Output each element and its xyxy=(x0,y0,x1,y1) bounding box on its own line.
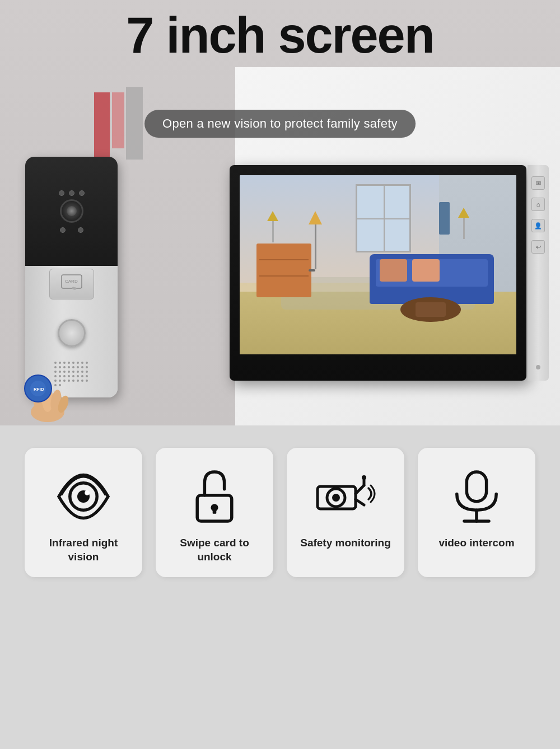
rfid-card-area: CARD xyxy=(49,269,94,299)
room-scene xyxy=(240,175,516,354)
home-icon: ⌂ xyxy=(536,201,540,208)
table-lamp-left xyxy=(264,211,281,265)
camera-lens xyxy=(60,199,83,223)
deco-rectangle-pink xyxy=(112,92,124,148)
ir-led xyxy=(59,190,64,196)
side-button-call[interactable]: ↩ xyxy=(531,240,545,254)
deco-rectangle-gray xyxy=(126,87,143,160)
svg-point-18 xyxy=(332,494,340,502)
feature-card-infrared: Infrared night vision xyxy=(25,448,142,577)
camera-section xyxy=(25,157,118,266)
ir-leds-bottom xyxy=(60,227,83,233)
monitor-side-panel: ✉ ⌂ 👤 ↩ xyxy=(528,165,549,381)
decorative-item xyxy=(439,202,450,235)
ir-led xyxy=(69,190,74,196)
doorbell-unit: CARD xyxy=(17,157,126,414)
camera-icon-wrap xyxy=(315,466,376,527)
mic-icon-wrap xyxy=(446,466,507,527)
side-button-home[interactable]: ⌂ xyxy=(531,198,545,211)
feature-card-intercom: video intercom xyxy=(418,448,535,577)
page-title: 7 inch screen xyxy=(0,10,560,60)
svg-rect-23 xyxy=(466,472,486,502)
eye-icon xyxy=(53,466,114,527)
monitor-unit: ✉ ⌂ 👤 ↩ xyxy=(230,165,543,400)
call-button[interactable] xyxy=(58,319,86,347)
room-window xyxy=(356,184,411,252)
room-sofa xyxy=(370,254,494,305)
eye-icon-wrap xyxy=(53,466,114,527)
deco-rectangle-red xyxy=(94,92,110,165)
coffee-table xyxy=(400,297,461,322)
person-icon: 👤 xyxy=(534,222,542,230)
camera-icon xyxy=(315,466,376,527)
table-lamp-right xyxy=(455,208,472,261)
feature-label-intercom: video intercom xyxy=(438,536,514,550)
ir-led xyxy=(78,227,83,233)
side-button-mail[interactable]: ✉ xyxy=(531,176,545,190)
svg-point-22 xyxy=(362,475,366,480)
features-section: Infrared night vision Swipe card to unlo… xyxy=(0,425,560,749)
svg-text:RFID: RFID xyxy=(34,387,44,392)
feature-label-swipe: Swipe card to unlock xyxy=(165,536,264,564)
card-icon: CARD xyxy=(57,273,86,296)
rfid-fob-hand: RFID xyxy=(17,356,78,425)
feature-card-swipe: Swipe card to unlock xyxy=(156,448,273,577)
feature-label-monitoring: Safety monitoring xyxy=(300,536,391,550)
monitor-screen xyxy=(240,175,516,354)
svg-text:CARD: CARD xyxy=(65,279,78,284)
svg-point-12 xyxy=(85,490,90,495)
features-grid: Infrared night vision Swipe card to unlo… xyxy=(17,448,543,577)
lock-icon xyxy=(184,466,245,527)
phone-icon: ↩ xyxy=(536,244,541,251)
feature-card-monitoring: Safety monitoring xyxy=(287,448,404,577)
feature-label-infrared: Infrared night vision xyxy=(34,536,133,564)
floor-lamp xyxy=(311,211,320,301)
ir-led xyxy=(60,227,66,233)
tagline-badge: Open a new vision to protect family safe… xyxy=(144,110,416,138)
lock-icon-wrap xyxy=(184,466,245,527)
ir-leds-top xyxy=(59,190,85,196)
mic-icon xyxy=(446,466,507,527)
monitor-body: ✉ ⌂ 👤 ↩ xyxy=(230,165,526,381)
svg-rect-15 xyxy=(213,508,217,514)
side-indicator-dot xyxy=(536,365,540,369)
ir-led xyxy=(79,190,85,196)
mail-icon: ✉ xyxy=(536,180,541,187)
top-product-section: 7 inch screen Open a new vision to prote… xyxy=(0,0,560,425)
side-button-person[interactable]: 👤 xyxy=(531,219,545,232)
